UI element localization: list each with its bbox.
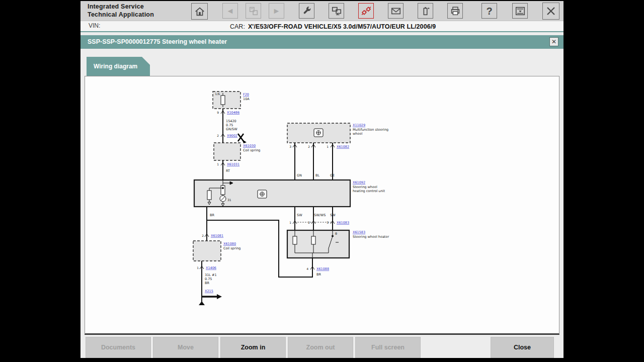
ground-arrow (217, 294, 222, 299)
vin-label: VIN: (89, 22, 100, 29)
zoom-out-button[interactable]: Zoom out (288, 337, 353, 358)
home-button[interactable] (191, 3, 208, 20)
print-button[interactable] (447, 3, 463, 19)
connector-x215[interactable]: X215 (205, 289, 213, 293)
separator-line (80, 31, 564, 32)
wire-br-left: BR (210, 213, 214, 217)
control-unit-name-1: Steering wheel (353, 185, 377, 189)
wiring-diagram: 1/6 F20 10A 9 X10486 15420 0.75 GN/SW 2 … (85, 76, 559, 333)
heater-pin-2: 2 (308, 221, 310, 224)
mfl-link[interactable]: X11029 (353, 123, 365, 127)
workshop-button[interactable] (329, 3, 344, 19)
wire-sw-1: SW (297, 213, 302, 217)
operations-icon (248, 6, 259, 17)
exit-button[interactable] (542, 3, 559, 20)
document-close-button[interactable]: ✕ (549, 37, 558, 46)
connector-x61083[interactable]: X61083 (337, 221, 349, 225)
operations-button[interactable] (246, 3, 261, 19)
pin-1b: 1 (197, 266, 199, 269)
heater-link[interactable]: X61583 (353, 230, 365, 234)
tab-wiring-diagram[interactable]: Wiring diagram (87, 57, 150, 76)
full-screen-button[interactable]: Full screen (355, 337, 421, 358)
forward-button[interactable]: ► (269, 3, 284, 19)
minimize-panel-icon (515, 6, 526, 17)
messages-button[interactable] (388, 3, 404, 19)
fuse-link[interactable]: F20 (243, 93, 249, 97)
toolbar: Integrated Service Technical Application… (80, 1, 564, 21)
service-plan-button[interactable] (299, 3, 314, 19)
pin-4: 4 (306, 267, 308, 270)
wire-br-right: BR (316, 273, 321, 277)
gnd-wire-2: 0.75 (205, 277, 212, 281)
gnd-wire-1: 31L #1 (205, 273, 217, 277)
wire-bl: BL (315, 173, 319, 177)
wire-label-1: 15420 (226, 119, 236, 123)
mfl-name-2: wheel (353, 132, 362, 136)
close-button[interactable]: Close (491, 337, 554, 358)
screens-icon (331, 6, 342, 17)
connector-x10486[interactable]: X10486 (227, 111, 239, 115)
wire-ge: GE (330, 173, 335, 177)
connector-x1406[interactable]: X1406 (206, 266, 216, 270)
app-title-line2: Technical Application (88, 11, 154, 19)
connector-x61081[interactable]: X61081 (211, 234, 223, 238)
pin-9: 9 (217, 111, 219, 114)
help-button[interactable]: ? (481, 3, 497, 19)
ground-symbol (199, 301, 205, 305)
pin-2a: 2 (217, 134, 219, 137)
letterbox-stage: Integrated Service Technical Application… (0, 0, 644, 362)
mail-icon (390, 6, 401, 17)
battery-button[interactable] (418, 3, 433, 19)
connector-x9002[interactable]: X9002 (227, 134, 237, 138)
coil-spring-1-link[interactable]: X61030 (243, 144, 256, 148)
mfl-name-1: Multifunction steering (353, 128, 388, 132)
home-icon (194, 6, 205, 17)
tab-label: Wiring diagram (94, 63, 137, 70)
heater-name: Steering wheel heater (353, 235, 389, 239)
control-unit-name-2: heating control unit (353, 189, 385, 193)
coil-spring-2-link[interactable]: X61080 (223, 242, 236, 246)
app-title: Integrated Service Technical Application (88, 3, 154, 19)
ista-window: Integrated Service Technical Application… (80, 1, 564, 358)
connection-button[interactable] (358, 3, 374, 19)
thermal-switch-symbol: θ (335, 232, 337, 236)
car-label: CAR: (230, 23, 245, 30)
wiring-diagram-canvas[interactable]: 1/6 F20 10A 9 X10486 15420 0.75 GN/SW 2 … (85, 76, 559, 335)
coil-spring-1-name: Coil spring (243, 148, 260, 152)
mfl-pin-3: 3 (289, 145, 291, 148)
coil-spring-2-name: Coil spring (223, 246, 240, 250)
forward-icon: ► (273, 7, 281, 15)
control-unit-link[interactable]: X61092 (353, 180, 365, 185)
back-button[interactable]: ◄ (222, 3, 238, 19)
back-icon: ◄ (226, 7, 234, 15)
mouse-cursor (238, 134, 247, 143)
pin-1a: 1 (217, 162, 219, 166)
car-value: X'/E53/OFF-ROAD VEHICLE/X5 3.0d/M57/AUTO… (248, 23, 436, 30)
document-title-bar: SSP-SSP-SP0000012775 Steering wheel heat… (80, 35, 564, 49)
connector-x61082[interactable]: X61082 (337, 145, 349, 149)
heater-pin-1: 1 (289, 221, 291, 224)
vehicle-info-row: VIN: CAR:X'/E53/OFF-ROAD VEHICLE/X5 3.0d… (80, 21, 564, 31)
wire-sw-2: SW (330, 213, 336, 217)
wire-sw-ws: SW/WS (314, 213, 326, 217)
zoom-in-button[interactable]: Zoom in (220, 337, 286, 358)
tab-strip: Wiring diagram (80, 49, 564, 76)
app-title-line1: Integrated Service (88, 3, 154, 11)
mfl-pin-1: 1 (327, 145, 329, 148)
gnd-wire-3: BR (205, 281, 209, 285)
component-icon (258, 190, 267, 198)
move-button[interactable]: Move (153, 337, 218, 358)
mfl-pin-2: 2 (308, 145, 310, 148)
component-icon (314, 129, 323, 137)
exit-icon (545, 5, 557, 17)
connector-x61031[interactable]: X61031 (227, 162, 239, 166)
connector-x61088[interactable]: X61088 (316, 267, 329, 271)
minimize-panel-button[interactable] (512, 3, 528, 19)
car-info: CAR:X'/E53/OFF-ROAD VEHICLE/X5 3.0d/M57/… (229, 22, 437, 32)
wire-gn: GN (297, 173, 302, 177)
wire-label-3: GN/SW (226, 127, 237, 131)
documents-button[interactable]: Documents (86, 337, 151, 358)
printer-icon (450, 6, 461, 17)
wire-label-2: 0.75 (226, 123, 233, 127)
terminal-31: 31 (227, 198, 231, 202)
